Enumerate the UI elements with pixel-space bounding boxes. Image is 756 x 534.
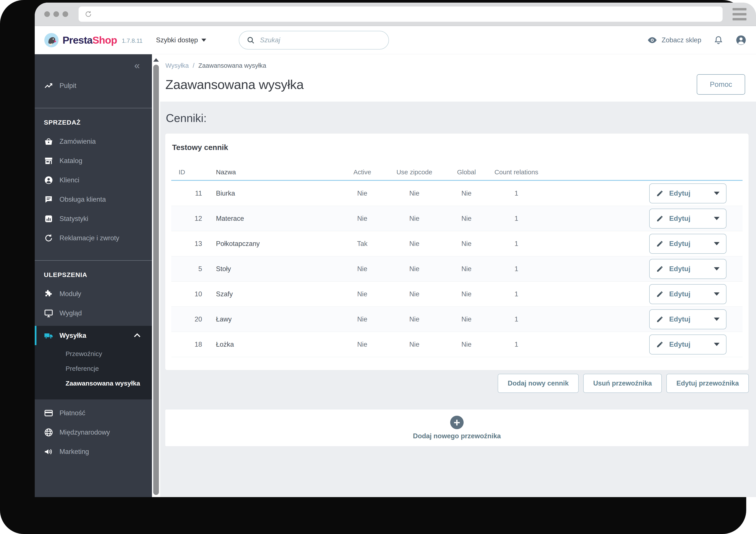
credit-card-icon: [44, 408, 53, 418]
sidebar-item-label: Marketing: [60, 448, 89, 456]
edit-button-label: Edytuj: [669, 340, 690, 348]
breadcrumb-separator: /: [193, 62, 195, 69]
col-header-count: Count relations: [488, 169, 545, 176]
edit-button-label: Edytuj: [669, 265, 690, 273]
cell-zipcode: Nie: [384, 215, 445, 223]
quick-access-dropdown[interactable]: Szybki dostęp: [156, 36, 206, 44]
search-input[interactable]: [260, 36, 381, 44]
app-header: PrestaShop 1.7.8.11 Szybki dostęp: [35, 26, 756, 54]
url-bar[interactable]: [79, 7, 722, 22]
edit-button-label: Edytuj: [669, 189, 690, 197]
submenu-label: Preferencje: [66, 365, 99, 372]
cell-name: Łożka: [206, 341, 340, 348]
edit-carrier-button[interactable]: Edytuj przewoźnika: [666, 374, 749, 393]
sidebar-item-statystyki[interactable]: Statystyki: [35, 209, 152, 228]
sidebar-item-platnosc[interactable]: Płatność: [35, 403, 152, 423]
collapse-sidebar-icon[interactable]: «: [35, 54, 152, 70]
cell-active: Tak: [340, 240, 384, 248]
chevron-up-icon: [132, 331, 142, 340]
avatar-icon[interactable]: [736, 35, 746, 45]
panel-title: Testowy cennik: [171, 140, 742, 152]
help-button[interactable]: Pomoc: [697, 74, 745, 94]
add-pricelist-button[interactable]: Dodaj nowy cennik: [498, 374, 579, 393]
sidebar-item-reklamacje[interactable]: Reklamacje i zwroty: [35, 228, 152, 248]
version-label: 1.7.8.11: [122, 38, 143, 44]
bell-icon[interactable]: [714, 35, 723, 45]
edit-button-label: Edytuj: [669, 290, 690, 298]
cell-id: 18: [171, 341, 206, 348]
edit-button-label: Edytuj: [669, 240, 690, 248]
col-header-name: Nazwa: [206, 169, 340, 176]
sidebar-item-zamowienia[interactable]: Zamówienia: [35, 132, 152, 151]
edit-button[interactable]: Edytuj: [649, 259, 726, 279]
delete-carrier-button[interactable]: Usuń przewoźnika: [583, 374, 662, 393]
sidebar-item-pulpit[interactable]: Pulpit: [35, 76, 152, 95]
table-row: 11 Biurka Nie Nie Nie 1 Edytuj: [171, 181, 742, 206]
submenu-item-preferencje[interactable]: Preferencje: [35, 361, 152, 376]
global-search[interactable]: [239, 31, 389, 49]
person-icon: [44, 175, 53, 185]
pencil-icon: [656, 265, 663, 273]
cell-zipcode: Nie: [384, 190, 445, 197]
breadcrumb-parent[interactable]: Wysyłka: [165, 62, 189, 69]
pencil-icon: [656, 290, 663, 298]
col-header-active: Active: [340, 169, 384, 176]
pencil-icon: [656, 316, 663, 323]
edit-button[interactable]: Edytuj: [649, 234, 726, 254]
chevron-down-icon: [202, 39, 206, 42]
sidebar: « Pulpit SPRZEDAŻ Zamówienia: [35, 54, 152, 497]
quick-access-label: Szybki dostęp: [156, 36, 198, 44]
sidebar-item-klienci[interactable]: Klienci: [35, 171, 152, 190]
sidebar-item-label: Zamówienia: [60, 138, 96, 146]
sidebar-item-label: Pulpit: [60, 82, 76, 90]
scrollbar-thumb[interactable]: [153, 65, 159, 495]
cell-active: Nie: [340, 341, 384, 348]
pencil-icon: [656, 190, 663, 197]
cell-global: Nie: [445, 290, 488, 298]
sidebar-item-label: Wysyłka: [60, 332, 86, 339]
truck-icon: [44, 331, 53, 340]
browser-window: PrestaShop 1.7.8.11 Szybki dostęp: [35, 3, 756, 497]
sidebar-item-moduly[interactable]: Moduły: [35, 284, 152, 304]
sidebar-item-marketing[interactable]: Marketing: [35, 442, 152, 461]
add-carrier-button[interactable]: + Dodaj nowego przewoźnika: [165, 409, 749, 446]
section-heading: Cenniki:: [165, 112, 749, 124]
col-header-zipcode: Use zipcode: [384, 169, 445, 176]
submenu-item-zaawansowana-wysylka[interactable]: Zaawansowana wysyłka: [35, 376, 152, 391]
cell-active: Nie: [340, 215, 384, 223]
sidebar-item-katalog[interactable]: Katalog: [35, 151, 152, 171]
sidebar-item-label: Statystyki: [60, 215, 88, 223]
browser-menu-icon[interactable]: [733, 8, 746, 20]
page-title: Zaawansowana wysyłka: [165, 77, 745, 92]
cell-name: Ławy: [206, 315, 340, 323]
edit-button[interactable]: Edytuj: [649, 284, 726, 304]
sidebar-item-miedzynarodowy[interactable]: Międzynarodowy: [35, 423, 152, 442]
view-shop-label: Zobacz sklep: [662, 36, 701, 44]
sidebar-item-obsluga-klienta[interactable]: Obsługa klienta: [35, 190, 152, 209]
cell-count: 1: [488, 341, 545, 348]
sidebar-item-label: Międzynarodowy: [60, 429, 110, 436]
search-icon: [247, 36, 255, 44]
header-right-cluster: Zobacz sklep: [647, 35, 746, 45]
edit-button-label: Edytuj: [669, 214, 690, 223]
content-area: Cenniki: Testowy cennik ID Nazwa Active …: [160, 102, 756, 497]
sidebar-item-wyglad[interactable]: Wygląd: [35, 304, 152, 323]
sidebar-item-label: Wygląd: [60, 309, 82, 317]
view-shop-link[interactable]: Zobacz sklep: [647, 35, 701, 45]
submenu-item-przewoznicy[interactable]: Przewoźnicy: [35, 346, 152, 361]
globe-icon: [44, 428, 53, 437]
sidebar-item-wysylka[interactable]: Wysyłka: [35, 326, 152, 345]
cell-name: Połkotapczany: [206, 240, 340, 248]
cell-global: Nie: [445, 315, 488, 323]
sidebar-section-sales: SPRZEDAŻ: [35, 108, 152, 132]
scroll-up-arrow[interactable]: [153, 58, 159, 62]
edit-button[interactable]: Edytuj: [649, 209, 726, 228]
edit-button[interactable]: Edytuj: [649, 309, 726, 329]
cell-count: 1: [488, 265, 545, 273]
cell-name: Materace: [206, 215, 340, 223]
refresh-icon[interactable]: [84, 10, 93, 18]
edit-button[interactable]: Edytuj: [649, 183, 726, 203]
cell-global: Nie: [445, 341, 488, 348]
edit-button[interactable]: Edytuj: [649, 334, 726, 355]
cell-id: 11: [171, 190, 206, 197]
